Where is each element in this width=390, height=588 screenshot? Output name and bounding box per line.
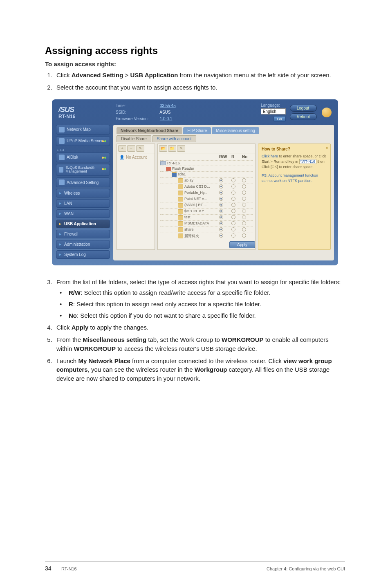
upnp-icon [59,138,65,144]
radio-r[interactable] [231,209,235,213]
apply-button[interactable]: Apply [229,241,255,248]
folder-icon [178,203,183,208]
radio-rw[interactable] [219,203,223,207]
tree-row[interactable]: $MRTNTKY [160,208,253,214]
radio-r[interactable] [231,215,235,219]
del-user-icon[interactable]: − [127,145,135,152]
disable-share-button[interactable]: Disable Share [117,135,151,142]
radio-rw[interactable] [219,191,223,195]
share-with-account-button[interactable]: Share with account [152,135,196,142]
page-heading: Assigning access rights [45,45,345,56]
radio-r[interactable] [231,197,235,201]
tree-row[interactable]: Flash Reader [160,166,253,171]
add-folder-icon[interactable]: 📂 [159,145,167,152]
radio-no[interactable] [242,184,246,189]
reboot-button[interactable]: Reboot [290,113,317,120]
add-user-icon[interactable]: + [118,145,126,152]
logout-button[interactable]: Logout [290,105,317,112]
radio-rw[interactable] [219,197,223,201]
radio-r[interactable] [231,227,235,231]
step-5: From the Miscellaneous setting tab, set … [54,335,345,353]
help-panel: × How to Share? Click here to enter shar… [258,144,331,250]
radio-no[interactable] [242,191,246,195]
tree-row[interactable]: test [160,214,253,220]
header-time-link[interactable]: 03:55:45 [160,103,176,108]
main-panel: Network Neighborhood Share FTP Share Mis… [113,125,334,261]
radio-rw[interactable] [219,227,223,231]
header-fw-link[interactable]: 1.0.0.1 [160,117,173,121]
help-title: How to Share? [262,146,327,153]
language-select[interactable]: English [261,108,286,114]
help-path-input[interactable]: \\RT-N16 [299,159,316,164]
radio-r[interactable] [231,184,235,189]
radio-rw[interactable] [219,184,223,189]
accounts-panel: + − ✎ 👤 No Account [117,144,155,250]
sidebar-item-advanced[interactable]: Advanced Setting [56,177,110,187]
step-1: Click Advanced Setting > USB Application… [54,71,345,80]
radio-rw[interactable] [219,209,223,213]
chevron-right-icon: ▶ [59,212,62,215]
tree-row[interactable]: Adobe CS3 D... [160,184,253,190]
bullet-no: No: Select this option if you do not wan… [66,311,345,320]
radio-no[interactable] [242,178,246,182]
tab-nns[interactable]: Network Neighborhood Share [117,127,182,134]
step-6: Launch My Network Place from a computer … [54,357,345,383]
radio-no[interactable] [242,233,246,238]
tree-row[interactable]: RT-N16 [160,160,253,166]
radio-no[interactable] [242,209,246,213]
folder-icon [178,215,183,220]
asus-logo: /SUS RT-N16 [58,106,116,119]
tree-row[interactable]: 新資料夾 [160,233,253,239]
tree-row[interactable]: ab ay [160,177,253,184]
del-folder-icon[interactable]: 📁 [168,145,176,152]
radio-no[interactable] [242,227,246,231]
radio-no[interactable] [242,215,246,219]
radio-no[interactable] [242,203,246,207]
folder-icon [178,191,183,195]
globe-icon[interactable] [322,108,332,117]
chevron-right-icon: ▶ [59,222,62,226]
tab-ftp[interactable]: FTP Share [183,127,211,134]
tab-misc[interactable]: Miscellaneous setting [212,127,259,134]
radio-rw[interactable] [219,221,223,225]
radio-no[interactable] [242,197,246,201]
steps-top: Click Advanced Setting > USB Application… [45,71,345,92]
radio-no[interactable] [242,221,246,225]
sidebar-item-lan[interactable]: ▶LAN [56,199,110,208]
radio-r[interactable] [231,221,235,225]
edit-user-icon[interactable]: ✎ [136,145,144,152]
sidebar-item-networkmap[interactable]: Network Map [56,125,110,135]
radio-rw[interactable] [219,178,223,182]
tree-row[interactable]: share [160,227,253,233]
go-button[interactable]: Go [273,116,286,122]
radio-rw[interactable] [219,233,223,238]
help-link[interactable]: Click here [262,154,278,158]
sidebar-item-wan[interactable]: ▶WAN [56,209,110,218]
account-item[interactable]: 👤 No Account [117,153,155,161]
footer-model: RT-N16 [61,566,77,571]
close-help-icon[interactable]: × [326,146,328,151]
sidebar-item-ezqos[interactable]: EzQoS Bandwidth Management [56,164,110,176]
radio-r[interactable] [231,191,235,195]
radio-r[interactable] [231,233,235,238]
sidebar-item-upnp[interactable]: UPnP Media Server [56,136,110,146]
sidebar-item-aidisk[interactable]: AiDisk [56,153,110,162]
sidebar-item-firewall[interactable]: ▶Firewall [56,230,110,238]
tree-row[interactable]: (83391) RT-... [160,202,253,208]
edit-folder-icon[interactable]: ✎ [177,145,185,152]
folder-icon [178,184,183,189]
tree-row[interactable]: Paint NET v... [160,196,253,202]
gear-icon [59,180,65,185]
sidebar-item-syslog[interactable]: ▶System Log [56,250,110,259]
radio-rw[interactable] [219,215,223,219]
sidebar-item-usbapp[interactable]: ▶USB Application [56,220,110,228]
tree-row[interactable]: Portable_Hy... [160,190,253,196]
sidebar-item-wireless[interactable]: ▶Wireless [56,189,110,197]
folder-tree: 📂 📁 ✎ R/W R No RT-N16Flash Readersda1ab … [157,144,256,250]
user-icon: 👤 [119,155,124,159]
radio-r[interactable] [231,203,235,207]
sidebar-item-admin[interactable]: ▶Administration [56,240,110,249]
radio-r[interactable] [231,178,235,182]
tree-row[interactable]: sda1 [160,171,253,177]
tree-row[interactable]: MSMETADATA [160,220,253,227]
